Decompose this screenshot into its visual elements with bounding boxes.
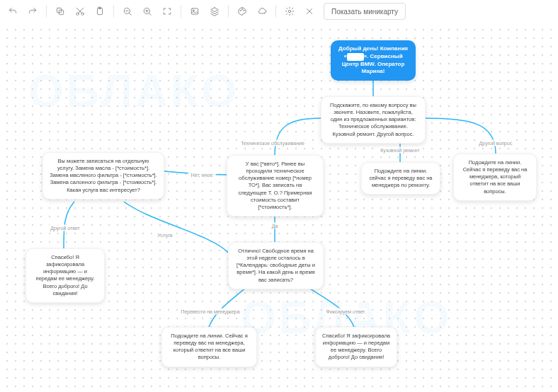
label-body: Кузовной ремонт — [377, 147, 423, 154]
settings-icon[interactable] — [281, 3, 298, 20]
fit-icon[interactable] — [159, 3, 176, 20]
label-tech: Техническое обслуживание — [238, 140, 307, 146]
node-reason[interactable]: Подскажите, по какому вопросу вы звоните… — [321, 96, 426, 144]
palette-icon[interactable] — [234, 3, 251, 20]
minimap-button[interactable]: Показать миникарту — [324, 3, 406, 20]
separator — [181, 5, 181, 18]
label-other-answer: Другой ответ — [47, 225, 83, 231]
node-free-time[interactable]: Отлично! Свободное время на этой неделе … — [228, 242, 324, 289]
zoom-out-icon[interactable] — [119, 3, 136, 20]
label-no: Нет, иное — [188, 172, 216, 178]
separator — [275, 5, 276, 18]
canvas[interactable]: ОБЛАКО ОБЛАКО Добрый день! Компания « ».… — [0, 23, 558, 392]
svg-rect-8 — [191, 8, 198, 14]
image-icon[interactable] — [186, 3, 203, 20]
toolbar: Показать миникарту — [0, 0, 558, 23]
node-wait-manager[interactable]: Подождите на линии. Сейчас я переведу ва… — [161, 327, 257, 367]
label-to-manager: Перевести на менеджера — [178, 309, 242, 315]
close-icon[interactable] — [301, 3, 318, 20]
node-other-question[interactable]: Подождите на линии. Сейчас я переведу ва… — [453, 154, 537, 201]
svg-point-9 — [193, 10, 194, 11]
label-yes: Да — [269, 223, 281, 229]
svg-point-12 — [244, 10, 244, 11]
svg-point-10 — [240, 10, 241, 11]
node-tech-service[interactable]: У вас [*авто*]. Ранее вы проходили техни… — [227, 155, 324, 217]
copy-icon[interactable] — [52, 3, 69, 20]
label-fix-answer: Фиксируем ответ — [323, 309, 368, 315]
cloud-icon[interactable] — [254, 3, 271, 20]
node-thanks-left[interactable]: Спасибо! Я зафиксировала информацию — и … — [25, 248, 105, 303]
svg-point-11 — [241, 9, 242, 10]
paste-icon[interactable] — [91, 3, 108, 20]
separator — [228, 5, 229, 18]
undo-icon[interactable] — [4, 3, 21, 20]
label-service: Услуга — [154, 232, 175, 238]
layers-icon[interactable] — [206, 3, 223, 20]
separator — [113, 5, 114, 18]
label-other: Другой вопрос — [477, 140, 516, 146]
node-thanks-right[interactable]: Спасибо! Я зафиксировала информацию — и … — [315, 327, 397, 367]
redo-icon[interactable] — [24, 3, 41, 20]
node-services-list[interactable]: Вы можете записаться на отдельную услугу… — [42, 152, 164, 200]
node-body-repair[interactable]: Подождите на линии. сейчас я переведу ва… — [361, 162, 440, 195]
svg-point-13 — [288, 10, 291, 13]
redacted-company — [347, 53, 364, 61]
separator — [46, 5, 47, 18]
node-root[interactable]: Добрый день! Компания « ». Сервисный Цен… — [331, 40, 416, 81]
zoom-in-icon[interactable] — [139, 3, 156, 20]
cut-icon[interactable] — [72, 3, 89, 20]
